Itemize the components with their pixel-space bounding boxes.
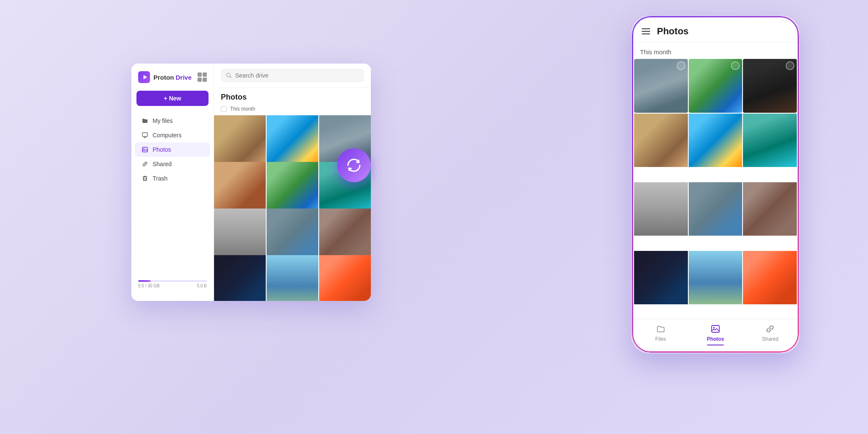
svg-rect-1 [142,147,147,152]
sidebar-item-computers[interactable]: Computers [135,128,210,142]
svg-rect-0 [142,133,147,136]
mobile-photo-8[interactable] [689,251,743,305]
mobile-top-photos [633,59,798,113]
mobile-phone: Photos This month [631,15,800,354]
photo-check-2 [731,61,740,70]
computers-label: Computers [153,132,181,139]
mobile-photo-top-1[interactable] [634,59,688,113]
mobile-photo-top-2[interactable] [689,59,743,113]
mobile-nav-photos[interactable]: Photos [688,323,743,346]
mobile-nav: Files Photos [633,319,798,352]
sync-icon [345,156,363,175]
proton-logo-icon [138,71,150,83]
search-input[interactable] [235,72,359,79]
mobile-photo-4[interactable] [634,182,688,236]
storage-section: 5.5 / 30 GB 5.0 B [131,273,214,293]
mobile-photo-grid [633,113,798,319]
search-input-wrapper[interactable] [221,69,364,82]
photo-cell-8[interactable] [267,209,318,260]
mobile-photo-top-3[interactable] [743,59,797,113]
mobile-header: Photos [633,17,798,42]
grid-menu-icon[interactable] [198,72,207,82]
photos-active-bar [707,345,724,346]
sidebar-item-photos[interactable]: Photos [135,142,210,157]
mobile-shared-icon [765,323,776,334]
mobile-photo-9[interactable] [743,251,797,305]
my-files-label: My files [153,117,172,124]
photo-check-1 [677,61,685,70]
photos-label: Photos [153,146,171,153]
photo-cell-5[interactable] [267,162,318,214]
main-content: Photos This month [214,64,371,301]
sidebar: Proton Drive + New My files [131,64,214,301]
new-button[interactable]: + New [136,91,209,106]
mobile-files-icon [655,323,666,334]
sidebar-logo: Proton Drive [131,71,214,91]
photo-cell-12[interactable] [319,255,371,301]
photo-cell-4[interactable] [214,162,266,214]
app-title: Proton Drive [153,74,192,81]
mobile-photo-1[interactable] [634,114,688,167]
mobile-photos-icon [710,323,721,334]
folder-icon [142,117,148,124]
sidebar-item-shared[interactable]: Shared [135,157,210,171]
image-icon [142,146,148,153]
photo-cell-9[interactable] [319,209,371,260]
mobile-nav-shared[interactable]: Shared [743,323,798,346]
link-icon [142,161,148,167]
storage-text: 5.5 / 30 GB 5.0 B [138,284,207,288]
mobile-nav-files[interactable]: Files [633,323,688,346]
mobile-photo-3[interactable] [743,114,797,167]
photo-grid [214,115,371,301]
hamburger-menu[interactable] [642,28,650,34]
trash-icon [142,175,148,182]
sidebar-item-my-files[interactable]: My files [135,114,210,128]
mobile-photo-7[interactable] [634,251,688,305]
mobile-shared-label: Shared [762,336,779,342]
mobile-photo-2[interactable] [689,114,743,167]
shared-label: Shared [153,161,172,167]
trash-label: Trash [153,175,167,182]
mobile-title: Photos [657,26,689,37]
sidebar-item-trash[interactable]: Trash [135,171,210,186]
storage-bar [138,280,207,282]
this-month-section: This month [214,104,371,115]
search-icon [226,72,232,78]
photo-cell-1[interactable] [214,115,266,167]
photo-cell-10[interactable] [214,255,266,301]
monitor-icon [142,132,148,139]
mobile-files-label: Files [655,336,666,342]
sync-button[interactable] [337,148,371,182]
svg-point-5 [713,327,715,328]
photo-cell-7[interactable] [214,209,266,260]
svg-point-2 [143,148,144,149]
photo-cell-2[interactable] [267,115,318,167]
svg-rect-4 [712,326,719,332]
photos-section-title: Photos [214,88,371,104]
search-bar [214,64,371,88]
mobile-inner: Photos This month [633,17,798,351]
mobile-photo-5[interactable] [689,182,743,236]
desktop-app-window: Proton Drive + New My files [131,64,371,301]
mobile-photo-6[interactable] [743,182,797,236]
mobile-this-month: This month [633,42,798,59]
this-month-checkbox[interactable] [221,106,227,112]
photo-cell-11[interactable] [267,255,318,301]
mobile-photos-label: Photos [707,336,724,342]
storage-bar-fill [138,280,150,282]
photo-check-3 [786,61,794,70]
